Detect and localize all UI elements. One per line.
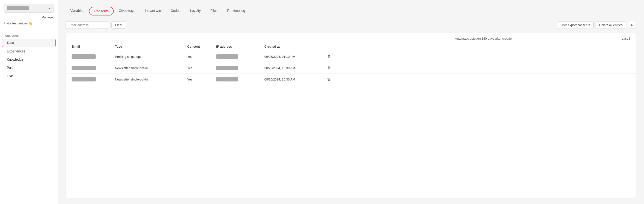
created-at-value-1: 09/05/2024, 01:10 PM [264, 55, 295, 58]
sidebar-top: ▼ Manage Invite teammates 👋 [0, 4, 58, 29]
sidebar-item-knowledge-label: Knowledge [7, 58, 24, 61]
sidebar-section-analytics: Analytics [0, 31, 58, 38]
type-cell-3: Newsletter single-opt-in [115, 77, 187, 81]
ip-hidden-3 [216, 77, 238, 81]
sidebar-item-experiences-label: Experiences [7, 49, 25, 53]
table-info-bar: Automatic deletion 180 days after creati… [66, 33, 636, 42]
sidebar-item-live-label: Live [7, 74, 13, 78]
sidebar-item-data-label: Data [7, 41, 14, 45]
ip-cell-1 [216, 54, 264, 59]
created-at-cell-2: 08/26/2024, 10:30 AM [264, 66, 327, 70]
sidebar-item-knowledge[interactable]: Knowledge [2, 56, 56, 63]
email-hidden-1 [72, 54, 96, 59]
table-row: Newsletter single-opt-in Yes 08/26/2024,… [66, 74, 636, 85]
tab-giveaways[interactable]: Giveaways [114, 6, 140, 16]
email-cell-2 [72, 66, 115, 70]
workspace-selector[interactable]: ▼ [4, 4, 54, 13]
tab-loyalty[interactable]: Loyalty [185, 6, 205, 16]
manage-link[interactable]: Manage [4, 16, 54, 19]
col-header-ip: IP address [216, 45, 264, 48]
delete-icon-1[interactable]: 🗑 [327, 54, 331, 58]
delete-all-button[interactable]: Delete all entries [596, 21, 626, 29]
sidebar-item-experiences[interactable]: Experiences [2, 47, 56, 55]
type-value-1[interactable]: Profiling single-opt-in [115, 55, 144, 58]
email-hidden-3 [72, 77, 96, 81]
filter-actions: CSV export consents Delete all entries ↻ [557, 21, 636, 29]
col-header-email: Email [72, 45, 115, 48]
tab-instant-win[interactable]: Instant win [140, 6, 166, 16]
table-header: Email Type Consent IP address Created at [66, 42, 636, 51]
ip-hidden-1 [216, 54, 238, 59]
sidebar: ▼ Manage Invite teammates 👋 Analytics Da… [0, 0, 58, 204]
created-at-cell-1: 09/05/2024, 01:10 PM [264, 55, 327, 58]
tab-bar: Variables Consents Giveaways Instant win… [66, 6, 636, 16]
ip-cell-2 [216, 66, 264, 70]
type-cell-2: Newsletter single-opt-in [115, 66, 187, 70]
actions-cell-2: 🗑 [327, 66, 342, 70]
main-content: Variables Consents Giveaways Instant win… [58, 0, 644, 204]
tab-variables[interactable]: Variables [66, 6, 89, 16]
consent-value-2: Yes [187, 66, 192, 70]
table-row: Newsletter single-opt-in Yes 08/26/2024,… [66, 62, 636, 74]
consents-table-card: Automatic deletion 180 days after creati… [66, 33, 636, 198]
actions-cell-3: 🗑 [327, 77, 342, 81]
sidebar-item-live[interactable]: Live [2, 72, 56, 80]
last-count: Last 3 [622, 37, 630, 40]
type-value-3: Newsletter single-opt-in [115, 78, 148, 81]
col-header-actions [327, 45, 342, 48]
tab-consents[interactable]: Consents [89, 7, 114, 16]
type-cell-1: Profiling single-opt-in [115, 55, 187, 58]
delete-icon-2[interactable]: 🗑 [327, 66, 331, 70]
email-hidden-2 [72, 66, 96, 70]
delete-icon-3[interactable]: 🗑 [327, 77, 331, 81]
created-at-value-2: 08/26/2024, 10:30 AM [264, 66, 295, 70]
consent-value-3: Yes [187, 78, 192, 81]
sidebar-item-push-label: Push [7, 66, 14, 70]
actions-cell-1: 🗑 [327, 54, 342, 59]
consent-cell-2: Yes [187, 66, 216, 70]
invite-teammates-button[interactable]: Invite teammates 👋 [4, 22, 54, 25]
consent-cell-3: Yes [187, 77, 216, 81]
csv-export-button[interactable]: CSV export consents [557, 21, 594, 29]
analytics-section-label: Analytics [0, 31, 58, 38]
workspace-logo [7, 6, 29, 10]
sidebar-item-data[interactable]: Data [2, 39, 56, 47]
chevron-down-icon: ▼ [48, 7, 50, 10]
sidebar-item-push[interactable]: Push [2, 64, 56, 71]
col-header-consent: Consent [187, 45, 216, 48]
tab-runtime-log[interactable]: Runtime log [222, 6, 250, 16]
auto-delete-notice: Automatic deletion 180 days after creati… [346, 37, 622, 40]
ip-hidden-2 [216, 66, 238, 70]
created-at-value-3: 08/26/2024, 10:30 AM [264, 78, 295, 81]
type-value-2: Newsletter single-opt-in [115, 66, 148, 70]
created-at-cell-3: 08/26/2024, 10:30 AM [264, 77, 327, 81]
col-header-type: Type [115, 45, 187, 48]
tab-files[interactable]: Files [206, 6, 222, 16]
clear-button[interactable]: Clear [111, 22, 126, 29]
email-cell-3 [72, 77, 115, 81]
tab-codes[interactable]: Codes [166, 6, 185, 16]
col-header-created-at: Created at [264, 45, 327, 48]
table-row: Profiling single-opt-in Yes 09/05/2024, … [66, 51, 636, 62]
ip-cell-3 [216, 77, 264, 81]
filter-bar: Clear CSV export consents Delete all ent… [66, 21, 636, 29]
consent-cell-1: Yes [187, 55, 216, 58]
email-input[interactable] [66, 21, 109, 29]
consent-value-1: Yes [187, 55, 192, 58]
refresh-button[interactable]: ↻ [628, 21, 636, 29]
email-cell-1 [72, 54, 115, 59]
